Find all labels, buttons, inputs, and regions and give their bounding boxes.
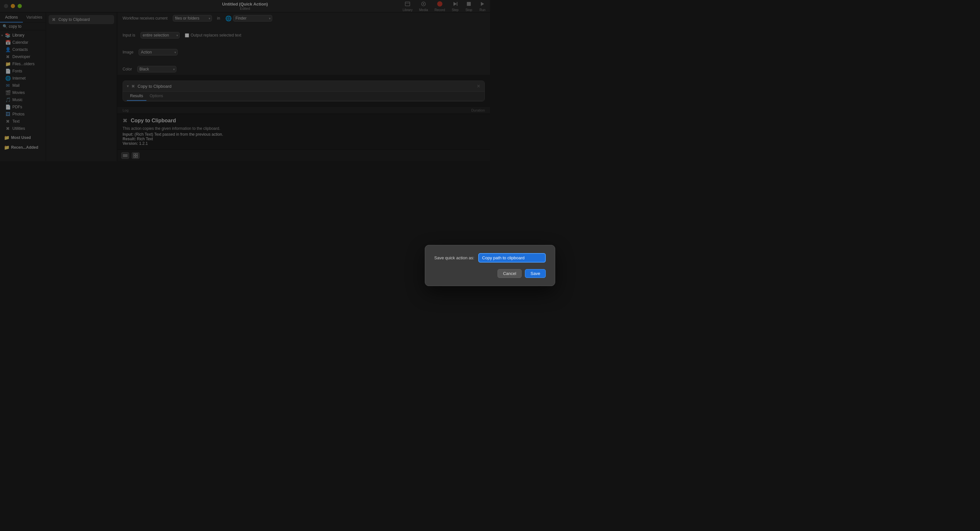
action-name-input[interactable] [478,253,490,263]
modal-overlay: Save quick action as: Cancel Save [0,0,490,266]
modal-row: Save quick action as: [434,253,490,263]
save-dialog: Save quick action as: Cancel Save [425,245,490,266]
modal-label: Save quick action as: [434,255,474,260]
